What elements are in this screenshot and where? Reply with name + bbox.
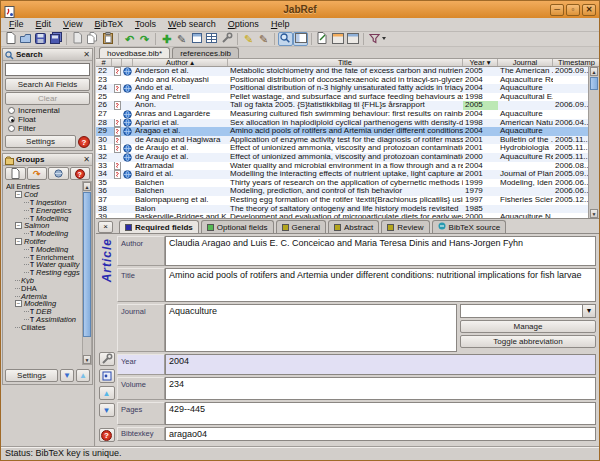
group-water-quality[interactable]: TWater quality [6,261,80,269]
volume-field[interactable]: 234 [165,377,596,400]
undo-button[interactable]: ↶ [122,32,137,46]
collapse-handle-icon[interactable]: − [15,300,22,307]
column-header-blank[interactable]: # [96,59,112,66]
bibtexkey-field[interactable]: aragao04 [165,427,596,441]
table-row[interactable]: 27Anras and LagardèreMeasuring cultured … [96,110,599,119]
groups-settings-button[interactable]: Settings [5,369,58,382]
copy-button[interactable] [85,32,100,46]
groups-scrollbar[interactable]: ▲ ▼ [82,181,92,365]
group-cod[interactable]: −Cod [6,191,80,199]
open-database-button[interactable] [18,32,33,46]
redo-button[interactable]: ↷ [137,32,152,46]
wrench-button[interactable] [219,32,234,46]
table-row[interactable]: 30de Araujo and HagiwaraApplication of e… [96,136,599,145]
table-row[interactable]: 28Aparici et al.Sex allocation in haplod… [96,119,599,128]
table-row[interactable]: 32de Araujo et al.Effect of unionized am… [96,153,599,162]
collapse-handle-icon[interactable]: − [15,238,22,245]
group-kyb[interactable]: Kyb [6,277,80,285]
table-row[interactable]: 23Ando and KobayashiPositional distribut… [96,76,599,85]
toggle-abbreviation-button[interactable]: Toggle abbreviation [460,335,596,348]
save-session-button[interactable] [345,32,360,46]
push-to-application-button[interactable] [367,32,389,46]
search-toggle-button[interactable] [278,32,293,46]
group-all-entries[interactable]: All Entries [6,183,80,191]
column-header-year[interactable]: Year ▾ [463,59,498,66]
editor-tab-optional-fields[interactable]: Optional fields [201,220,274,233]
menu-bibtex[interactable]: BibTeX [88,18,129,31]
table-scroll-down-icon[interactable]: ▼ [590,209,598,218]
table-row[interactable]: 25Ang and PetrellPellet wastage, and sub… [96,93,599,102]
save-database-button[interactable] [33,32,48,46]
table-row[interactable]: 34Baird et al.Modelling the interacting … [96,170,599,179]
collapse-handle-icon[interactable]: − [15,222,22,229]
menu-help[interactable]: Help [265,18,296,31]
table-scroll-thumb[interactable] [590,77,598,90]
group-modelling[interactable]: TModelling [6,230,80,238]
table-row[interactable]: 35BalchenThirty years of research on the… [96,179,599,188]
editor-tab-review[interactable]: Review [381,220,429,233]
group-ingestion[interactable]: TIngestion [6,199,80,207]
editor-close-button[interactable]: × [98,221,113,233]
new-database-button[interactable] [3,32,18,46]
table-scroll-up-icon[interactable]: ▲ [590,67,598,76]
table-scrollbar[interactable]: ▲ ▼ [588,67,599,218]
groups-scroll-down-icon[interactable]: ▼ [83,355,91,364]
search-help-icon[interactable]: ? [78,136,90,148]
search-mode-incremental[interactable]: Incremental [3,106,92,115]
editor-help-button[interactable]: ? [99,428,115,442]
add-entry-button[interactable]: ✚ [159,32,174,46]
manage-button[interactable]: Manage [460,320,596,333]
menu-web-search[interactable]: Web search [162,18,222,31]
column-header-icon[interactable] [112,59,122,66]
maximize-button[interactable]: ▫ [566,4,580,16]
search-input[interactable] [5,63,90,76]
unmark-entries-button[interactable]: ✎ [256,32,271,46]
table-row[interactable]: 26Anon.Tall og fakta 2005. {S}tatistikkb… [96,101,599,110]
table-row[interactable]: 33AttramadalWater quality and microbial … [96,162,599,171]
mark-entries-button[interactable]: ✎ [241,32,256,46]
menu-file[interactable]: File [3,18,30,31]
group-ciliates[interactable]: Ciliates [6,323,80,331]
search-close-icon[interactable]: ✕ [83,51,90,59]
group-assimilation[interactable]: TAssimilation [6,316,80,324]
search-mode-filter[interactable]: Filter [3,124,92,133]
new-subdatabase-button[interactable] [315,32,330,46]
tab-references-bib[interactable]: references.bib [172,47,239,58]
search-all-fields-button[interactable]: Search All Fields [5,78,90,91]
sidepane-toggle-button[interactable] [293,32,308,46]
group-rotifer[interactable]: −Rotifer [6,238,80,246]
edit-preamble-button[interactable] [189,32,204,46]
group-resting-eggs[interactable]: TResting eggs [6,269,80,277]
pages-field[interactable]: 429--445 [165,402,596,425]
column-header-timestamp[interactable]: Timestamp [553,59,600,66]
group-modelling[interactable]: TModelling [6,214,80,222]
close-button[interactable]: ✕ [582,4,596,16]
editor-tab-abstract[interactable]: Abstract [328,220,379,233]
paste-button[interactable] [100,32,115,46]
journal-field[interactable]: Aquaculture [165,304,457,352]
save-all-button[interactable] [48,32,63,46]
group-modelling[interactable]: −Modelling [6,300,80,308]
groups-help-button[interactable]: ? [70,167,91,180]
group-energetics[interactable]: TEnergetics [6,206,80,214]
table-row[interactable]: 38BalonThe theory of saltatory ontogeny … [96,205,599,214]
column-header-journal[interactable]: Journal [498,59,553,66]
group-salmon[interactable]: −Salmon [6,222,80,230]
table-row[interactable]: 37Balompapueng et al.Resting egg formati… [96,196,599,205]
search-settings-button[interactable]: Settings [5,135,76,148]
editor-tab-bibtex-source[interactable]: BibTeX source [432,220,507,233]
cut-button[interactable] [70,32,85,46]
editor-tab-required-fields[interactable]: Required fields [119,220,199,233]
entry-tools-button[interactable] [99,352,115,366]
tab-hovedbase-bib[interactable]: hovedbase.bib* [99,47,170,58]
title-field[interactable]: Amino acid pools of rotifers and Artemia… [165,268,596,302]
column-header-icon[interactable] [122,59,133,66]
year-field[interactable]: 2004 [165,354,596,375]
author-field[interactable]: Claudia Aragao and Luis E. C. Conceicao … [165,236,596,266]
prev-entry-button[interactable]: ▲ [99,386,115,400]
groups-move-down-button[interactable]: ▼ [60,369,74,382]
journal-abbrev-combo[interactable]: ▼ [460,304,596,318]
search-mode-float[interactable]: Float [3,115,92,124]
column-header-title[interactable]: Title [228,59,463,66]
edit-strings-button[interactable] [204,32,219,46]
